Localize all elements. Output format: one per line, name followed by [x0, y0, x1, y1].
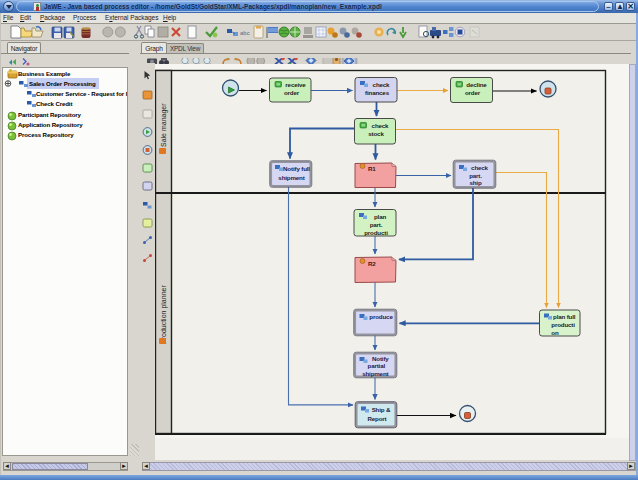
- svg-text:finances: finances: [365, 89, 390, 96]
- svg-text:R1: R1: [368, 165, 376, 172]
- svg-text:producti: producti: [551, 321, 575, 328]
- svg-text:on: on: [551, 329, 559, 336]
- svg-text:ship: ship: [469, 179, 481, 186]
- svg-text:stock: stock: [368, 130, 384, 137]
- svg-text:producti: producti: [364, 229, 388, 236]
- svg-text:partial: partial: [368, 362, 386, 369]
- svg-text:Notify full: Notify full: [283, 165, 310, 172]
- svg-text:Notify: Notify: [372, 355, 389, 362]
- svg-text:decline: decline: [466, 81, 487, 88]
- svg-text:shipment: shipment: [278, 174, 304, 181]
- svg-text:Report: Report: [367, 415, 386, 422]
- svg-text:Sale manager: Sale manager: [160, 103, 168, 147]
- svg-text:produce: produce: [369, 313, 393, 320]
- svg-text:check: check: [373, 81, 391, 88]
- svg-text:part.: part.: [469, 172, 482, 179]
- svg-text:order: order: [284, 89, 300, 96]
- svg-text:shipment: shipment: [362, 370, 388, 377]
- svg-text:abc: abc: [240, 30, 250, 36]
- svg-text:R2: R2: [368, 260, 376, 267]
- svg-text:Ship &: Ship &: [372, 406, 391, 413]
- svg-text:receive: receive: [285, 81, 306, 88]
- svg-text:order: order: [465, 89, 481, 96]
- svg-text:check: check: [372, 122, 390, 129]
- svg-text:plan full: plan full: [553, 313, 576, 320]
- svg-text:part.: part.: [370, 221, 383, 228]
- svg-text:check: check: [471, 164, 489, 171]
- svg-text:plan: plan: [374, 213, 386, 220]
- svg-text:Production planner: Production planner: [160, 285, 168, 344]
